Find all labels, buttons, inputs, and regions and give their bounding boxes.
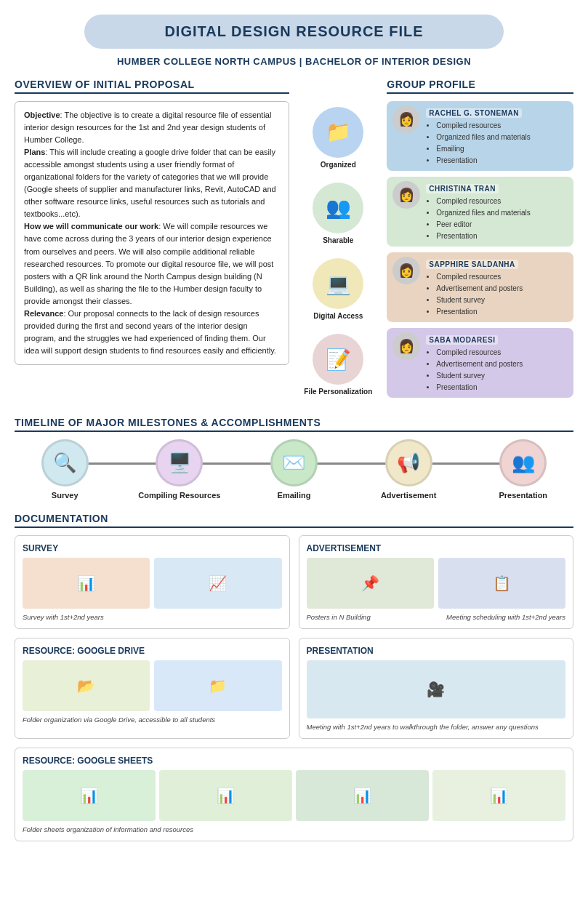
- profile-task: Presentation: [436, 155, 568, 167]
- doc-card-title: PRESENTATION: [307, 646, 566, 656]
- timeline-label: Presentation: [499, 491, 547, 500]
- icon-label-digital-access: Digital Access: [313, 312, 363, 320]
- doc-caption: Survey with 1st+2nd years: [23, 613, 282, 621]
- doc-images-row: 📂📁: [23, 660, 282, 711]
- doc-caption-row: Posters in N Building Meeting scheduling…: [307, 613, 566, 621]
- doc-image: 📁: [154, 660, 281, 711]
- timeline-item-survey: 🔍 Survey: [15, 439, 115, 500]
- doc-caption-left: Posters in N Building: [307, 613, 371, 621]
- objective-label: Objective: [24, 111, 60, 119]
- profile-avatar: 👩: [392, 181, 420, 209]
- icon-symbol-organized: 📁: [326, 120, 351, 144]
- documentation-header: DOCUMENTATION: [15, 513, 573, 528]
- doc-image: 📌: [307, 558, 434, 609]
- doc-card-title: SURVEY: [23, 543, 282, 553]
- profile-content: SAPPHIRE SALDANHA Compiled resourcesAdve…: [426, 257, 568, 318]
- doc-images-row: 📊📈: [23, 558, 282, 609]
- timeline-header: TIMELINE OF MAJOR MILESTONES & ACCOMPLIS…: [15, 417, 573, 432]
- main-title-box: DIGITAL DESIGN RESOURCE FILE: [84, 15, 504, 49]
- icon-label-organized: Organized: [321, 161, 356, 169]
- icon-circle-digital-access: 💻: [313, 258, 363, 309]
- plans-label: Plans: [24, 148, 45, 156]
- profile-task: Compiled resources: [436, 120, 568, 132]
- timeline-symbol: 👥: [512, 452, 535, 474]
- profile-task: Advertisement and posters: [436, 283, 568, 295]
- objective-text: : The objective is to create a digital r…: [24, 111, 271, 144]
- icon-symbol-sharable: 👥: [326, 196, 351, 220]
- profile-task: Compiled resources: [436, 196, 568, 207]
- timeline-symbol: 🔍: [53, 452, 76, 474]
- overview-header: OVERVIEW OF INITIAL PROPOSAL: [15, 79, 289, 94]
- profile-tasks: Compiled resourcesOrganized files and ma…: [426, 196, 568, 242]
- doc-image: 📊: [23, 558, 150, 609]
- doc-image: 📈: [154, 558, 281, 609]
- doc-caption-right: Meeting scheduling with 1st+2nd years: [446, 613, 565, 621]
- doc-card-survey: SURVEY 📊📈 Survey with 1st+2nd years: [15, 535, 290, 629]
- timeline-icon: ✉️: [270, 439, 318, 486]
- profile-task: Student survey: [436, 370, 568, 382]
- main-title: DIGITAL DESIGN RESOURCE FILE: [106, 23, 482, 40]
- profile-content: SABA MODARESI Compiled resourcesAdvertis…: [426, 332, 568, 393]
- profile-task: Presentation: [436, 231, 568, 242]
- profile-content: RACHEL G. STONEMAN Compiled resourcesOrg…: [426, 105, 568, 167]
- doc-image: 📊: [159, 770, 292, 821]
- profile-tasks: Compiled resourcesAdvertisement and post…: [426, 271, 568, 318]
- doc-card-resource-google-sheets: RESOURCE: GOOGLE SHEETS 📊 📊 📊 📊 Folder s…: [15, 748, 573, 841]
- profile-card-christina-tran: 👩 CHRISTINA TRAN Compiled resourcesOrgan…: [387, 177, 573, 247]
- icons-column: 📁 Organized 👥 Sharable 💻 Digital Access …: [298, 79, 378, 404]
- timeline-item-compiling-resources: 🖥️ Compiling Resources: [129, 439, 230, 500]
- doc-caption: Folder organization via Google Drive, ac…: [23, 716, 282, 724]
- doc-images-row: 📌📋: [307, 558, 566, 609]
- documentation-section: DOCUMENTATION SURVEY 📊📈 Survey with 1st+…: [15, 513, 573, 841]
- timeline-label: Emailing: [278, 491, 311, 500]
- timeline-symbol: ✉️: [282, 452, 305, 474]
- doc-image: 🎥: [307, 660, 566, 718]
- how-text: : We will compile resources we have come…: [24, 222, 273, 305]
- doc-image: 📋: [438, 558, 565, 609]
- profile-card-rachel-g.-stoneman: 👩 RACHEL G. STONEMAN Compiled resourcesO…: [387, 101, 573, 171]
- profile-task: Compiled resources: [436, 347, 568, 359]
- doc-caption: Meeting with 1st+2nd years to walkthroug…: [307, 723, 566, 731]
- profile-task: Presentation: [436, 382, 568, 393]
- doc-card-title: RESOURCE: GOOGLE DRIVE: [23, 646, 282, 656]
- profile-tasks: Compiled resourcesOrganized files and ma…: [426, 120, 568, 167]
- timeline-label: Survey: [52, 491, 78, 500]
- doc-image: 📊: [432, 770, 565, 821]
- timeline-label: Compiling Resources: [138, 491, 220, 500]
- doc-card-presentation: PRESENTATION 🎥 Meeting with 1st+2nd year…: [299, 638, 574, 739]
- profile-avatar: 👩: [392, 257, 420, 284]
- icon-item-sharable: 👥 Sharable: [313, 183, 363, 244]
- doc-image: 📊: [23, 770, 156, 821]
- how-label: How we will communicate our work: [24, 222, 158, 231]
- icon-label-file-personalization: File Personalization: [304, 388, 372, 396]
- profile-task: Compiled resources: [436, 271, 568, 283]
- icon-circle-sharable: 👥: [313, 183, 363, 233]
- timeline-item-presentation: 👥 Presentation: [473, 439, 573, 500]
- profile-name: SAPPHIRE SALDANHA: [426, 260, 518, 269]
- timeline-label: Advertisement: [381, 491, 436, 500]
- doc-image: 📂: [23, 660, 150, 711]
- icon-label-sharable: Sharable: [323, 236, 353, 244]
- overview-box: Objective: The objective is to create a …: [15, 101, 289, 365]
- profile-card-sapphire-saldanha: 👩 SAPPHIRE SALDANHA Compiled resourcesAd…: [387, 252, 573, 322]
- profile-avatar: 👩: [392, 332, 420, 360]
- profile-task: Organized files and materials: [436, 207, 568, 219]
- profile-task: Peer editor: [436, 219, 568, 231]
- profile-tasks: Compiled resourcesAdvertisement and post…: [426, 347, 568, 393]
- doc-card-title: ADVERTISEMENT: [307, 543, 566, 553]
- icon-symbol-file-personalization: 📝: [326, 348, 351, 372]
- group-profile-header: GROUP PROFILE: [387, 79, 573, 94]
- timeline-icon: 🔍: [41, 439, 89, 486]
- icon-circle-organized: 📁: [313, 107, 363, 158]
- timeline-row: 🔍 Survey 🖥️ Compiling Resources ✉️ Email…: [15, 439, 573, 500]
- timeline-item-advertisement: 📢 Advertisement: [358, 439, 459, 500]
- profile-name: CHRISTINA TRAN: [426, 184, 499, 193]
- relevance-para: Relevance: Our proposal connects to the …: [24, 308, 280, 357]
- profile-task: Organized files and materials: [436, 132, 568, 143]
- doc-images-row: 🎥: [307, 660, 566, 718]
- profile-task: Advertisement and posters: [436, 359, 568, 370]
- doc-card-title: RESOURCE: GOOGLE SHEETS: [23, 756, 565, 766]
- profile-name: RACHEL G. STONEMAN: [426, 108, 522, 118]
- timeline-icon: 👥: [499, 439, 547, 486]
- plans-para: Plans: This will include creating a goog…: [24, 146, 280, 220]
